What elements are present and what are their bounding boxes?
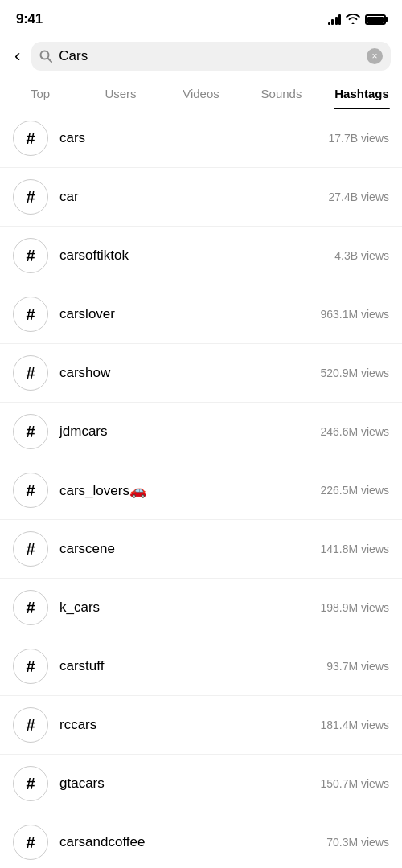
- hashtag-name: cars: [59, 130, 329, 146]
- hashtag-name: cars_lovers🚗: [59, 482, 320, 499]
- hashtag-name: rccars: [59, 717, 320, 733]
- hashtag-views: 198.9M views: [320, 601, 389, 614]
- hashtag-views: 27.4B views: [329, 190, 389, 203]
- hashtag-item[interactable]: #carscene141.8M views: [0, 520, 402, 579]
- hashtag-icon: #: [13, 825, 48, 860]
- hashtag-icon: #: [13, 707, 48, 743]
- hashtag-item[interactable]: #cars17.7B views: [0, 109, 402, 168]
- back-button[interactable]: ‹: [11, 43, 23, 70]
- hashtag-item[interactable]: #carstuff93.7M views: [0, 637, 402, 696]
- tab-videos[interactable]: Videos: [161, 77, 241, 108]
- hashtag-icon: #: [13, 355, 48, 391]
- clear-button[interactable]: ×: [367, 48, 383, 64]
- hashtag-name: carshow: [59, 365, 320, 381]
- status-time: 9:41: [16, 11, 43, 27]
- hashtag-icon: #: [13, 649, 48, 684]
- tab-users[interactable]: Users: [80, 77, 161, 108]
- hashtag-item[interactable]: #carsoftiktok4.3B views: [0, 227, 402, 285]
- hashtag-icon: #: [13, 121, 48, 156]
- wifi-icon: [346, 13, 360, 27]
- hashtag-name: carstuff: [59, 658, 326, 674]
- hashtag-list: #cars17.7B views#car27.4B views#carsofti…: [0, 109, 402, 868]
- search-bar-row: ‹ Cars ×: [0, 35, 402, 77]
- hashtag-views: 246.6M views: [320, 425, 389, 438]
- hashtag-name: gtacars: [59, 776, 320, 792]
- hashtag-name: car: [59, 189, 329, 205]
- tab-sounds[interactable]: Sounds: [241, 77, 322, 108]
- hashtag-views: 963.1M views: [320, 308, 389, 321]
- hashtag-item[interactable]: #carshow520.9M views: [0, 344, 402, 403]
- hashtag-views: 181.4M views: [320, 719, 389, 731]
- hashtag-views: 70.3M views: [326, 836, 389, 849]
- hashtag-name: carscene: [59, 541, 320, 557]
- hashtag-icon: #: [13, 766, 48, 801]
- hashtag-views: 4.3B views: [334, 249, 389, 262]
- hashtag-icon: #: [13, 590, 48, 625]
- hashtag-views: 150.7M views: [320, 777, 389, 790]
- search-bar[interactable]: Cars ×: [31, 42, 391, 71]
- search-query: Cars: [59, 48, 360, 64]
- status-icons: [328, 13, 387, 27]
- tab-top[interactable]: Top: [0, 77, 80, 108]
- hashtag-name: k_cars: [59, 600, 320, 616]
- hashtag-item[interactable]: #k_cars198.9M views: [0, 579, 402, 637]
- hashtag-icon: #: [13, 179, 48, 215]
- hashtag-name: carsandcoffee: [59, 834, 326, 850]
- battery-icon: [365, 14, 386, 25]
- hashtag-views: 93.7M views: [326, 660, 389, 673]
- hashtag-icon: #: [13, 414, 48, 449]
- hashtag-icon: #: [13, 238, 48, 273]
- hashtag-name: jdmcars: [59, 424, 320, 440]
- hashtag-item[interactable]: #carslover963.1M views: [0, 285, 402, 344]
- hashtag-icon: #: [13, 531, 48, 567]
- hashtag-item[interactable]: #cars_lovers🚗226.5M views: [0, 461, 402, 520]
- tab-hashtags[interactable]: Hashtags: [322, 77, 402, 108]
- hashtag-item[interactable]: #gtacars150.7M views: [0, 755, 402, 813]
- search-icon: [39, 50, 52, 63]
- signal-icon: [328, 14, 342, 25]
- hashtag-views: 141.8M views: [320, 542, 389, 555]
- hashtag-item[interactable]: #car27.4B views: [0, 168, 402, 227]
- hashtag-views: 520.9M views: [320, 366, 389, 379]
- status-bar: 9:41: [0, 0, 402, 35]
- hashtag-item[interactable]: #jdmcars246.6M views: [0, 403, 402, 461]
- tabs-row: Top Users Videos Sounds Hashtags: [0, 77, 402, 109]
- hashtag-item[interactable]: #carsandcoffee70.3M views: [0, 813, 402, 868]
- hashtag-icon: #: [13, 297, 48, 332]
- hashtag-views: 17.7B views: [329, 132, 389, 145]
- hashtag-name: carsoftiktok: [59, 248, 334, 264]
- hashtag-icon: #: [13, 473, 48, 508]
- svg-line-1: [48, 59, 52, 63]
- hashtag-views: 226.5M views: [320, 484, 389, 497]
- hashtag-name: carslover: [59, 306, 320, 322]
- hashtag-item[interactable]: #rccars181.4M views: [0, 696, 402, 755]
